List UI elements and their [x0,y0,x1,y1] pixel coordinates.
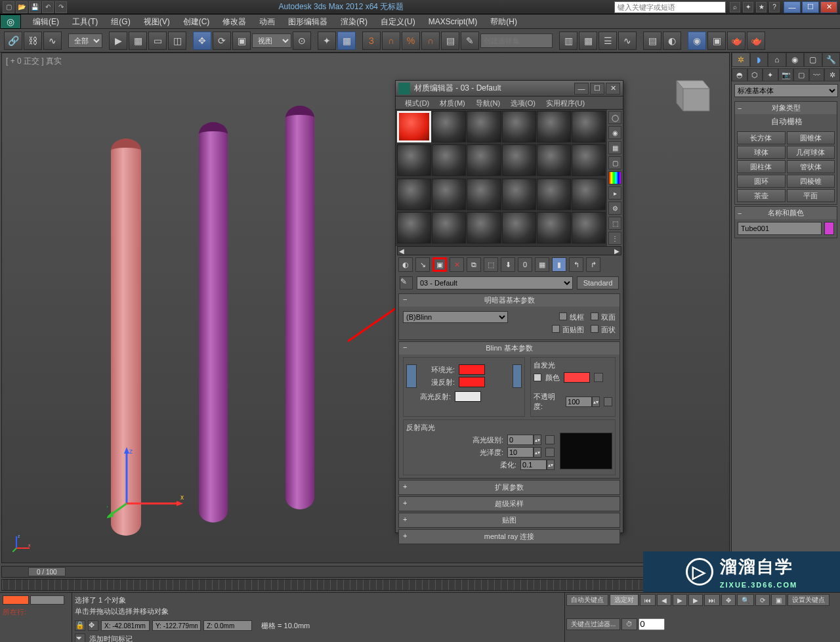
helpers-icon[interactable]: ▢ [793,68,809,81]
material-slot[interactable] [502,111,536,142]
move-icon[interactable]: ✥ [193,32,211,50]
time-config-icon[interactable]: ⏱ [621,618,637,630]
specular-level-spinner[interactable]: ▴▾ [507,435,541,445]
material-slot[interactable] [432,179,466,210]
nav-pan-icon[interactable]: ✥ [721,594,736,606]
material-slot[interactable] [537,212,571,244]
utilities-tab-icon[interactable]: 🔧 [822,53,841,67]
maps-rollout[interactable]: +贴图 [398,513,620,528]
cylinder-button[interactable]: 圆柱体 [737,160,786,173]
snap-toggle-icon[interactable]: ▦ [337,32,356,50]
named-sel-icon[interactable]: ✎ [461,32,479,50]
select-by-mat-icon[interactable]: ⬚ [608,217,621,230]
matmenu-navigate[interactable]: 导航(N) [471,96,505,109]
menu-maxscript[interactable]: MAXScript(M) [422,14,484,29]
slot-h-scrollbar[interactable]: ◀▶ [397,246,621,255]
extended-params-rollout[interactable]: +扩展参数 [398,480,620,495]
material-slot[interactable] [502,212,536,244]
make-preview-icon[interactable]: ▸ [608,186,621,200]
shapes-icon[interactable]: ⬡ [747,68,763,81]
speclevel-map-button[interactable] [545,435,555,444]
window-crossing-icon[interactable]: ◫ [168,32,186,50]
create-tab-icon[interactable]: ✲ [732,53,750,67]
specular-swatch[interactable] [455,391,481,402]
teapot-render-icon[interactable]: 🫖 [727,32,746,50]
opacity-spinner[interactable]: ▴▾ [566,396,600,407]
matmenu-options[interactable]: 选项(O) [505,96,541,109]
setkey-button[interactable]: 设置关键点 [788,594,830,606]
geometry-icon[interactable]: ◓ [732,68,747,81]
prev-frame-icon[interactable]: ◀ [657,594,671,606]
goto-start-icon[interactable]: ⏮ [640,594,656,606]
plane-button[interactable]: 平面 [787,189,835,202]
material-slot[interactable] [502,144,536,176]
coord-z[interactable] [203,620,252,631]
material-slot[interactable] [467,111,501,142]
facemap-checkbox[interactable]: 面贴图 [552,325,584,335]
object-name-input[interactable] [738,222,822,235]
menu-rendering[interactable]: 渲染(R) [334,14,374,29]
autokey-button[interactable]: 自动关键点 [566,594,608,606]
search-input[interactable] [614,1,726,13]
lock-diffuse-spec-icon[interactable] [513,364,522,388]
motion-tab-icon[interactable]: ◉ [786,53,805,67]
tube-object-2[interactable] [199,122,228,523]
star-icon[interactable]: ★ [756,2,766,12]
mat-map-nav-icon[interactable]: ⋮ [608,232,621,245]
close-button[interactable]: ✕ [820,1,837,13]
spacewarps-icon[interactable]: 〰 [809,68,825,81]
mirror-icon[interactable]: ▥ [559,32,578,50]
menu-customize[interactable]: 自定义(U) [374,14,422,29]
self-illum-map-button[interactable] [594,373,603,382]
material-slot[interactable] [467,144,501,176]
nav-max-icon[interactable]: ▣ [771,594,786,606]
options-icon[interactable]: ⚙ [608,202,621,215]
script-field[interactable] [30,595,64,605]
two-sided-checkbox[interactable]: 双面 [591,312,616,322]
supersampling-rollout[interactable]: +超级采样 [398,496,620,511]
current-frame-input[interactable] [639,618,665,630]
curve-editor-icon[interactable]: ∿ [618,32,637,50]
teapot-button[interactable]: 茶壶 [737,189,786,202]
ref-coord-dropdown[interactable]: 视图 [252,33,291,48]
go-forward-icon[interactable]: ↱ [586,257,600,272]
rotate-icon[interactable]: ⟳ [213,32,231,50]
spinner-snap-icon[interactable]: % [402,32,420,50]
material-slot[interactable] [572,179,606,210]
binoculars-icon[interactable]: ⌕ [730,2,740,12]
material-type-button[interactable]: Standard [577,276,619,289]
track-bar[interactable] [1,579,730,591]
save-icon[interactable]: 💾 [29,1,41,13]
rollout-header[interactable]: −明暗器基本参数 [399,294,620,307]
menu-group[interactable]: 组(G) [104,14,136,29]
minimize-button[interactable]: — [784,1,801,13]
redo-icon[interactable]: ↷ [55,1,67,13]
material-editor-icon[interactable]: ◐ [663,32,681,50]
shader-dropdown[interactable]: (B)Blinn [403,311,508,323]
opacity-map-button[interactable] [604,397,612,406]
menu-edit[interactable]: 编辑(E) [26,14,66,29]
align-icon[interactable]: ▤ [441,32,459,50]
lights-icon[interactable]: ✦ [763,68,778,81]
material-editor-titlebar[interactable]: 材质编辑器 - 03 - Default — ☐ ✕ [396,81,623,96]
material-slot[interactable] [467,212,501,244]
material-slot[interactable] [432,212,466,244]
menu-tools[interactable]: 工具(T) [66,14,104,29]
autogrid-checkbox[interactable]: 自动栅格 [769,117,803,126]
object-color-swatch[interactable] [824,222,834,235]
gloss-map-button[interactable] [545,448,555,457]
material-slot[interactable] [432,111,466,142]
menu-create[interactable]: 创建(C) [177,14,217,29]
coord-y[interactable] [152,620,201,631]
select-icon[interactable]: ▶ [109,32,127,50]
next-frame-icon[interactable]: ▶ [688,594,703,606]
menu-help[interactable]: 帮助(H) [484,14,524,29]
snap-icon[interactable]: ∩ [421,32,440,50]
matmenu-mode[interactable]: 模式(D) [400,96,434,109]
sphere-button[interactable]: 球体 [737,146,786,159]
time-tag-icon[interactable]: ⏷ [75,633,85,642]
mat-close-button[interactable]: ✕ [606,83,620,95]
material-slot[interactable] [467,179,501,210]
scale-icon[interactable]: ▣ [232,32,251,50]
render-setup-icon[interactable]: ◉ [688,32,706,50]
